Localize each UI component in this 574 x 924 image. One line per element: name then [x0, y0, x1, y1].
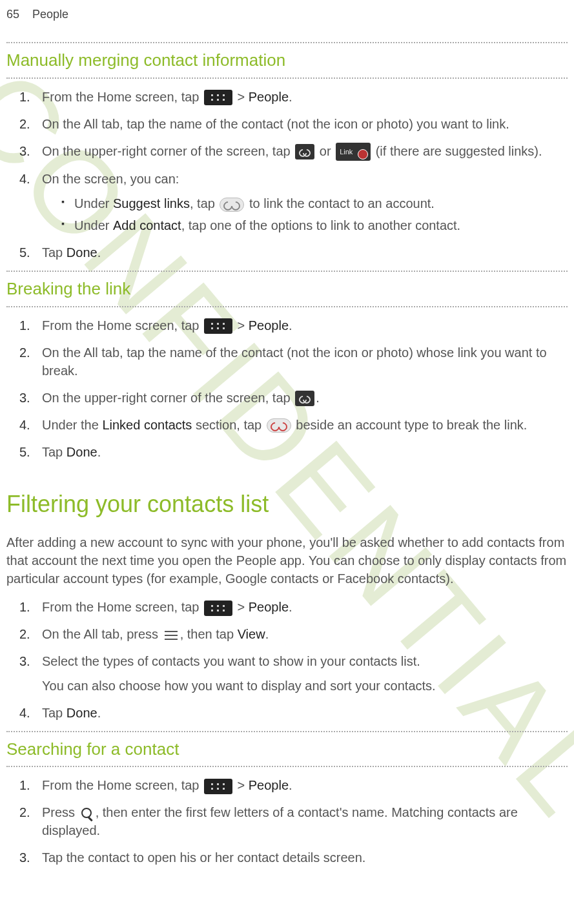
section-heading-breaking: Breaking the link: [6, 272, 568, 305]
step-number: 1.: [19, 88, 30, 106]
intro-paragraph: After adding a new account to sync with …: [6, 533, 568, 588]
step-number: 2.: [19, 625, 30, 643]
step-text: From the Home screen, tap: [42, 318, 203, 333]
step-item: 5. Tap Done.: [26, 243, 568, 262]
bullet-text: to link the contact to an account.: [245, 196, 434, 210]
link-icon: [295, 391, 314, 406]
section-heading-merging: Manually merging contact information: [6, 43, 568, 77]
step-number: 2.: [19, 115, 30, 133]
step-number: 2.: [19, 344, 30, 362]
step-item: 4. Under the Linked contacts section, ta…: [26, 416, 568, 434]
step-text: Under the: [42, 418, 102, 432]
step-text: Tap: [42, 445, 67, 459]
step-text: >: [234, 318, 249, 333]
sublist: Under Suggest links, tap to link the con…: [42, 194, 568, 234]
steps-list-breaking: 1. From the Home screen, tap > People. 2…: [6, 316, 568, 461]
step-number: 4.: [19, 416, 30, 434]
steps-list-merging: 1. From the Home screen, tap > People. 2…: [6, 88, 568, 262]
bold-text: View: [238, 627, 265, 641]
step-item: 1. From the Home screen, tap > People.: [26, 598, 568, 616]
page-number: 65: [6, 6, 19, 23]
step-secondary-text: You can also choose how you want to disp…: [42, 677, 568, 695]
step-number: 3.: [19, 142, 30, 160]
bold-text: People: [249, 90, 289, 104]
step-item: 3. Tap the contact to open his or her co…: [26, 848, 568, 867]
apps-grid-icon: [204, 318, 232, 334]
step-text: On the upper-right corner of the screen,…: [42, 391, 294, 405]
step-text: >: [234, 778, 249, 792]
step-item: 3. On the upper-right corner of the scre…: [26, 389, 568, 407]
step-item: 2. On the All tab, tap the name of the c…: [26, 115, 568, 133]
step-text: .: [289, 318, 292, 333]
break-link-icon: [267, 418, 291, 433]
step-item: 2. Press , then enter the first few lett…: [26, 803, 568, 839]
step-text: Tap the contact to open his or her conta…: [42, 850, 365, 865]
bullet-item: Under Add contact, tap one of the option…: [61, 216, 568, 234]
step-item: 1. From the Home screen, tap > People.: [26, 776, 568, 794]
apps-grid-icon: [204, 779, 232, 794]
step-number: 1.: [19, 776, 30, 794]
step-item: 1. From the Home screen, tap > People.: [26, 316, 568, 334]
bullet-text: , tap one of the options to link to anot…: [181, 218, 461, 232]
step-text: On the All tab, tap the name of the cont…: [42, 117, 509, 131]
step-text: (if there are suggested links).: [372, 144, 542, 158]
step-number: 3.: [19, 848, 30, 867]
step-text: .: [265, 627, 269, 641]
step-number: 4.: [19, 170, 30, 188]
step-text: , then enter the first few letters of a …: [42, 805, 518, 837]
apps-grid-icon: [204, 90, 232, 105]
step-item: 2. On the All tab, tap the name of the c…: [26, 344, 568, 380]
bullet-text: Under: [74, 196, 113, 210]
step-text: .: [289, 90, 292, 104]
step-number: 1.: [19, 316, 30, 334]
bullet-text: , tap: [190, 196, 218, 210]
page-header: 65 People: [6, 0, 568, 36]
bold-text: People: [249, 778, 289, 792]
step-number: 3.: [19, 389, 30, 407]
bold-text: Done: [67, 706, 97, 720]
apps-grid-icon: [204, 601, 232, 616]
step-text: >: [234, 600, 249, 614]
step-text: On the All tab, tap the name of the cont…: [42, 345, 547, 378]
header-section-title: People: [32, 6, 68, 23]
step-item: 4. On the screen, you can: Under Suggest…: [26, 170, 568, 234]
step-number: 2.: [19, 803, 30, 821]
step-item: 3. Select the types of contacts you want…: [26, 652, 568, 695]
link-light-icon: [220, 198, 244, 212]
step-number: 5.: [19, 243, 30, 262]
step-text: beside an account type to break the link…: [292, 418, 528, 432]
step-text: .: [97, 445, 101, 459]
steps-list-filtering: 1. From the Home screen, tap > People. 2…: [6, 598, 568, 722]
step-item: 4. Tap Done.: [26, 704, 568, 722]
step-text: or: [316, 144, 334, 158]
step-number: 5.: [19, 443, 30, 461]
step-number: 1.: [19, 598, 30, 616]
step-item: 3. On the upper-right corner of the scre…: [26, 142, 568, 161]
step-text: Select the types of contacts you want to…: [42, 654, 420, 668]
step-text: .: [289, 778, 292, 792]
bold-text: Add contact: [113, 218, 181, 232]
step-text: From the Home screen, tap: [42, 90, 203, 104]
step-item: 2. On the All tab, press , then tap View…: [26, 625, 568, 643]
main-heading-filtering: Filtering your contacts list: [6, 470, 568, 528]
step-text: From the Home screen, tap: [42, 600, 203, 614]
step-text: section, tap: [192, 418, 265, 432]
step-text: On the upper-right corner of the screen,…: [42, 144, 294, 158]
step-number: 4.: [19, 704, 30, 722]
bold-text: Done: [67, 445, 97, 459]
step-text: On the All tab, press: [42, 627, 162, 641]
step-text: >: [234, 90, 249, 104]
search-icon: [80, 806, 94, 821]
link-icon: [295, 144, 314, 159]
bold-text: Suggest links: [113, 196, 190, 210]
step-text: .: [97, 706, 101, 720]
bullet-text: Under: [74, 218, 113, 232]
step-item: 1. From the Home screen, tap > People.: [26, 88, 568, 106]
menu-icon: [163, 630, 179, 641]
step-item: 5. Tap Done.: [26, 443, 568, 461]
bold-text: Done: [67, 245, 97, 260]
step-text: On the screen, you can:: [42, 172, 179, 186]
step-text: From the Home screen, tap: [42, 778, 203, 792]
link-badge-icon: Link: [336, 143, 371, 161]
step-text: Tap: [42, 245, 67, 260]
